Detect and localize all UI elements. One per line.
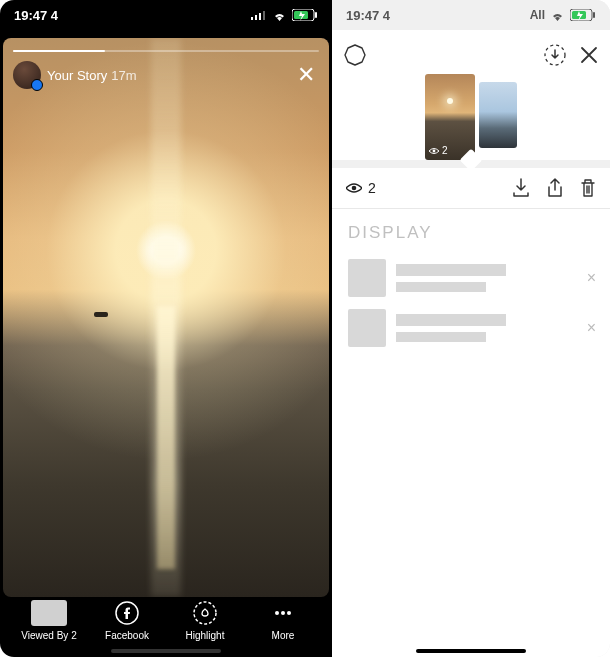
story-age: 17m [111,68,136,83]
story-thumbnail[interactable] [479,82,517,148]
viewers-section-label: DISPLAY [332,219,610,253]
more-icon [265,599,301,627]
avatar[interactable] [13,61,41,89]
highlight-icon [187,599,223,627]
highlight-button[interactable]: Highlight [175,599,235,641]
thumbnail-views: 2 [442,145,448,156]
more-button[interactable]: More [253,599,313,641]
story-media[interactable]: Your Story 17m ✕ [3,38,329,597]
story-title: Your Story [47,68,107,83]
svg-rect-1 [255,15,257,20]
viewer-name-placeholder [396,314,506,326]
trash-icon[interactable] [580,178,596,198]
viewer-avatar [348,259,386,297]
signal-icon [251,10,267,20]
svg-marker-15 [345,45,365,65]
viewer-row[interactable]: × [332,253,610,303]
hide-viewer-button[interactable]: × [587,269,596,287]
svg-point-11 [287,611,291,615]
svg-point-17 [433,149,436,152]
hide-viewer-button[interactable]: × [587,319,596,337]
svg-point-18 [352,186,357,191]
status-time: 19:47 4 [346,8,390,23]
viewed-by-label: Viewed By [21,630,68,641]
home-indicator[interactable] [416,649,526,653]
save-icon[interactable] [544,44,566,66]
svg-rect-0 [251,17,253,20]
viewer-avatar [348,309,386,347]
settings-icon[interactable] [344,44,366,66]
view-count: 2 [368,180,376,196]
close-icon[interactable] [580,46,598,64]
viewer-sub-placeholder [396,332,486,342]
download-icon[interactable] [512,178,530,198]
wifi-icon [550,10,565,21]
wifi-icon [272,10,287,21]
status-bar: 19:47 4 All [332,0,610,30]
viewed-by-count: 2 [71,630,77,641]
story-thumbnail-selected[interactable]: 2 [425,74,475,160]
svg-point-8 [194,602,216,624]
eye-icon: 2 [429,145,448,156]
facebook-share-button[interactable]: Facebook [97,599,157,641]
svg-rect-3 [263,11,265,20]
svg-rect-2 [259,13,261,20]
battery-icon [292,9,318,21]
story-bottom-bar: Viewed By 2 Facebook Highlight More [0,599,332,641]
svg-rect-13 [593,12,595,18]
viewer-name-placeholder [396,264,506,276]
viewer-thumbnail [31,600,67,626]
add-story-badge [31,79,43,91]
battery-icon [570,9,596,21]
eye-icon [346,182,362,194]
story-progress [13,50,319,52]
status-bar: 19:47 4 [0,0,332,30]
svg-point-9 [275,611,279,615]
close-icon[interactable]: ✕ [293,60,319,90]
more-label: More [272,630,295,641]
svg-rect-5 [315,12,317,18]
facebook-icon [109,599,145,627]
home-indicator[interactable] [111,649,221,653]
carrier-label: All [530,8,545,22]
highlight-label: Highlight [186,630,225,641]
viewer-sub-placeholder [396,282,486,292]
svg-point-10 [281,611,285,615]
share-icon[interactable] [546,178,564,198]
status-time: 19:47 4 [14,8,58,23]
facebook-label: Facebook [105,630,149,641]
viewed-by-button[interactable]: Viewed By 2 [19,599,79,641]
viewer-row[interactable]: × [332,303,610,353]
